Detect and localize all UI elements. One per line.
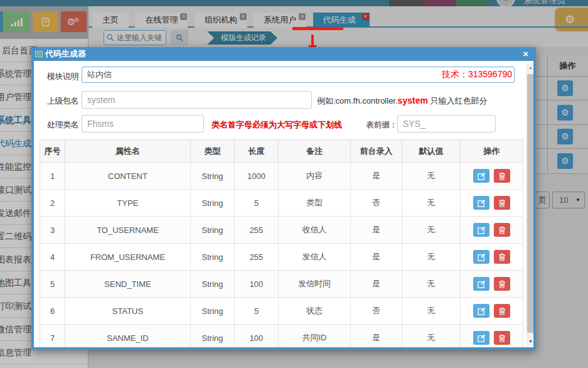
- trash-icon: [498, 172, 506, 180]
- col-attr-name: 属性名: [65, 140, 191, 163]
- package-label: 上级包名：: [47, 95, 87, 107]
- delete-button[interactable]: [494, 250, 510, 264]
- class-warning: 类名首字母必须为大写字母或下划线: [211, 119, 342, 131]
- edit-button[interactable]: [473, 196, 489, 210]
- code-generator-dialog: 代码生成器 × 模块说明： 技术：313596790 上级包名： 例如:com.…: [31, 47, 536, 350]
- trash-icon: [498, 199, 506, 207]
- package-input[interactable]: [82, 91, 312, 109]
- edit-button[interactable]: [473, 169, 489, 183]
- edit-button[interactable]: [473, 277, 489, 291]
- pencil-icon: [478, 307, 486, 315]
- pencil-icon: [478, 280, 486, 288]
- trash-icon: [498, 226, 506, 234]
- scroll-down-icon[interactable]: ▼: [526, 337, 533, 346]
- edit-button[interactable]: [473, 223, 489, 237]
- delete-button[interactable]: [494, 304, 510, 318]
- delete-button[interactable]: [494, 331, 510, 345]
- col-frontend: 前台录入: [351, 140, 402, 163]
- edit-button[interactable]: [473, 304, 489, 318]
- col-actions: 操作: [461, 140, 523, 163]
- dialog-title: 代码生成器: [45, 47, 86, 61]
- attributes-table: 序号 属性名 类型 长度 备注 前台录入 默认值 操作 1CONTENTStri…: [40, 139, 523, 347]
- col-length: 长度: [235, 140, 279, 163]
- table-row: 1CONTENTString1000内容是无: [40, 163, 523, 190]
- app-window: 系统管理员 ⚙⚙ ⚙ 主页 在线管理× 组织机构× 系统用户× 代码生成× 模版…: [0, 0, 588, 368]
- tech-contact-label: 技术：313596790: [442, 69, 512, 80]
- pencil-icon: [478, 172, 486, 180]
- edit-button[interactable]: [473, 331, 489, 345]
- class-input[interactable]: [82, 115, 204, 133]
- table-prefix-label: 表前缀：: [366, 119, 397, 131]
- delete-button[interactable]: [494, 169, 510, 183]
- package-hint: 例如:com.fh.controller.system 只输入红色部分: [317, 95, 488, 107]
- scrollbar-thumb[interactable]: [527, 74, 533, 333]
- table-row: 2TYPEString5类型否无: [40, 190, 523, 217]
- table-prefix-input[interactable]: [397, 115, 496, 133]
- table-row: 5SEND_TIMEString100发信时间是无: [40, 271, 523, 298]
- pencil-icon: [478, 253, 486, 261]
- pencil-icon: [478, 334, 486, 342]
- dialog-body: 模块说明： 技术：313596790 上级包名： 例如:com.fh.contr…: [34, 61, 533, 347]
- annotation-arrow: [311, 35, 314, 45]
- table-row: 4FROM_USERNAMEString255发信人是无: [40, 244, 523, 271]
- delete-button[interactable]: [494, 223, 510, 237]
- trash-icon: [498, 307, 506, 315]
- scroll-up-icon[interactable]: ▲: [526, 63, 533, 72]
- table-header-row: 序号 属性名 类型 长度 备注 前台录入 默认值 操作: [40, 140, 523, 163]
- module-desc-label: 模块说明：: [47, 71, 87, 82]
- annotation-underline: [292, 27, 343, 30]
- table-row: 3TO_USERNAMEString255收信人是无: [40, 217, 523, 244]
- col-type: 类型: [191, 140, 235, 163]
- trash-icon: [498, 253, 506, 261]
- class-label: 处理类名：: [47, 119, 87, 131]
- trash-icon: [498, 334, 506, 342]
- close-icon[interactable]: ×: [523, 48, 528, 60]
- pencil-icon: [478, 199, 486, 207]
- col-note: 备注: [279, 140, 351, 163]
- delete-button[interactable]: [494, 277, 510, 291]
- table-row: 6STATUSString5状态否无: [40, 298, 523, 325]
- delete-button[interactable]: [494, 196, 510, 210]
- col-default: 默认值: [402, 140, 461, 163]
- trash-icon: [498, 280, 506, 288]
- edit-button[interactable]: [473, 250, 489, 264]
- window-icon: [35, 51, 43, 57]
- dialog-titlebar[interactable]: 代码生成器: [31, 47, 536, 61]
- dialog-scrollbar[interactable]: ▲ ▼: [526, 63, 533, 346]
- col-no: 序号: [40, 140, 65, 163]
- pencil-icon: [478, 226, 486, 234]
- table-row: 7SANME_IDString100共同ID是无: [40, 325, 523, 348]
